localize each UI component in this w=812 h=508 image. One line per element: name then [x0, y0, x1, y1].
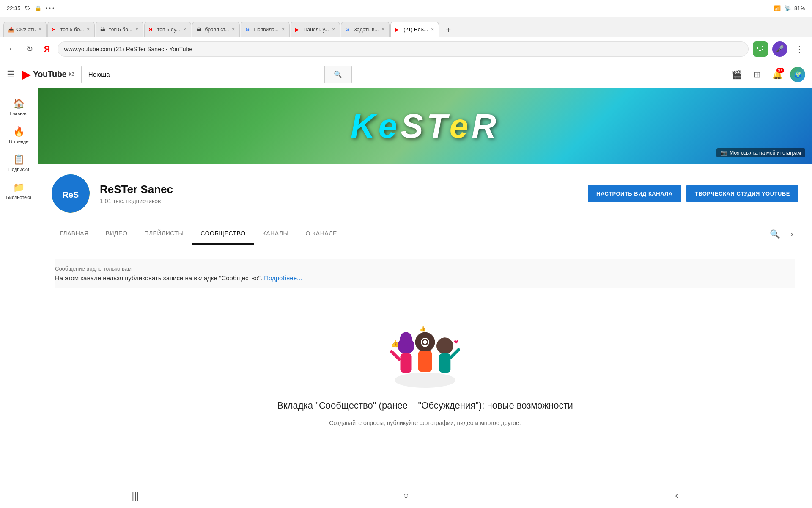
- tab-label-7: Задать в...: [354, 27, 379, 33]
- apps-icon: ⊞: [754, 69, 761, 80]
- tab-label-5: Появила...: [254, 27, 279, 33]
- avatar-button[interactable]: 🌍: [790, 67, 805, 82]
- tab-close-2[interactable]: ✕: [135, 27, 139, 32]
- apps-button[interactable]: ⊞: [749, 67, 765, 82]
- svg-text:ReS: ReS: [63, 190, 79, 199]
- tab-close-3[interactable]: ✕: [183, 27, 187, 32]
- tab-favicon-download: 📥: [8, 27, 14, 33]
- banner-instagram: 📷 Моя ссылка на мой инстаграм: [716, 148, 805, 157]
- tab-5[interactable]: G Появила... ✕: [241, 22, 290, 37]
- community-notice: Сообщение видно только вам На этом канал…: [55, 259, 795, 288]
- tab-close-download[interactable]: ✕: [38, 27, 42, 32]
- shield-button[interactable]: 🛡: [753, 41, 768, 57]
- tab-6[interactable]: ▶ Панель у... ✕: [291, 22, 340, 37]
- status-bar: 22:35 🛡 🔒 • • • 📶 📡 81%: [0, 0, 812, 17]
- studio-button[interactable]: ТВОРЧЕСКАЯ СТУДИЯ YOUTUBE: [686, 185, 798, 202]
- svg-text:❤: ❤: [454, 339, 459, 345]
- tab-favicon-4: 🏔: [197, 27, 203, 33]
- tab-download[interactable]: 📥 Скачать ✕: [3, 22, 47, 37]
- tab-1[interactable]: Я топ 5 бо... ✕: [47, 22, 95, 37]
- tab-close-6[interactable]: ✕: [332, 27, 335, 32]
- tab-close-1[interactable]: ✕: [86, 27, 90, 32]
- tab-youtube-active[interactable]: ▶ (21) ReS... ✕: [390, 22, 439, 37]
- configure-channel-button[interactable]: НАСТРОИТЬ ВИД КАНАЛА: [588, 185, 681, 202]
- tab-about[interactable]: О КАНАЛЕ: [297, 223, 346, 245]
- community-title: Вкладка "Сообщество" (ранее – "Обсуждени…: [277, 400, 573, 411]
- create-button[interactable]: 🎬: [729, 67, 744, 82]
- tab-close-5[interactable]: ✕: [281, 27, 285, 32]
- address-bar: ← ↻ Я www.youtube.com (21) ReSTer Sanec …: [0, 37, 812, 61]
- tab-4[interactable]: 🏔 бравл ст... ✕: [192, 22, 240, 37]
- url-box[interactable]: www.youtube.com (21) ReSTer Sanec - YouT…: [58, 41, 749, 57]
- tab-label-2: топ 5 бо...: [109, 27, 132, 33]
- yandex-logo: Я: [41, 42, 53, 55]
- community-illustration: 👍 ❤ 👍 Вкладка "Сообщество" (ранее – "Обс…: [55, 298, 795, 443]
- bottom-nav-back[interactable]: ‹: [667, 486, 687, 506]
- tab-7[interactable]: G Задать в... ✕: [341, 22, 390, 37]
- create-icon: 🎬: [732, 69, 742, 80]
- channel-info: ReS ReSTer Sanec 1,01 тыс. подписчиков Н…: [38, 164, 812, 223]
- tab-2[interactable]: 🏔 топ 5 бо... ✕: [96, 22, 143, 37]
- url-domain: www.youtube.com: [64, 46, 112, 52]
- tab-videos[interactable]: ВИДЕО: [97, 223, 136, 245]
- tab-favicon-5: G: [245, 27, 251, 33]
- channel-details: ReSTer Sanec 1,01 тыс. подписчиков: [100, 183, 578, 204]
- tab-main[interactable]: ГЛАВНАЯ: [52, 223, 97, 245]
- tab-close-4[interactable]: ✕: [231, 27, 235, 32]
- channel-avatar: ReS: [52, 174, 90, 213]
- url-title: (21) ReSTer Sanec - YouTube: [114, 46, 192, 52]
- tab-favicon-active: ▶: [395, 27, 401, 33]
- tab-3[interactable]: Я топ 5 лу... ✕: [144, 22, 191, 37]
- bottom-nav-home[interactable]: ○: [396, 486, 416, 506]
- tab-close-active[interactable]: ✕: [431, 27, 434, 32]
- svg-rect-6: [418, 351, 432, 372]
- search-button[interactable]: 🔍: [324, 66, 351, 83]
- channel-search-button[interactable]: 🔍: [765, 224, 785, 244]
- notice-link[interactable]: Подробнее...: [264, 274, 302, 282]
- tab-playlists[interactable]: ПЛЕЙЛИСТЫ: [136, 223, 192, 245]
- sidebar-item-home[interactable]: 🏠 Главная: [2, 95, 36, 119]
- channel-tabs-arrow[interactable]: ›: [785, 224, 798, 244]
- svg-text:👍: 👍: [391, 339, 400, 348]
- sidebar-item-library[interactable]: 📁 Библиотека: [2, 179, 36, 203]
- svg-point-16: [400, 332, 412, 346]
- tab-label-download: Скачать: [16, 27, 36, 33]
- reload-icon: ↻: [27, 44, 33, 54]
- notice-body-text: На этом канале нельзя публиковать записи…: [55, 274, 795, 282]
- subscriptions-icon: 📋: [13, 154, 25, 165]
- tab-close-7[interactable]: ✕: [381, 27, 385, 32]
- community-subtitle: Создавайте опросы, публикуйте фотографии…: [329, 420, 521, 426]
- back-button[interactable]: ←: [5, 42, 19, 56]
- svg-text:👍: 👍: [420, 326, 426, 332]
- youtube-logo-icon: ▶: [22, 67, 31, 81]
- youtube-sidebar: 🏠 Главная 🔥 В тренде 📋 Подписки 📁 Библио…: [0, 88, 38, 483]
- mic-button[interactable]: 🎤: [772, 41, 787, 57]
- tab-channels[interactable]: КАНАЛЫ: [254, 223, 297, 245]
- reload-button[interactable]: ↻: [23, 42, 36, 56]
- svg-line-10: [451, 350, 458, 357]
- status-bar-left: 22:35 🛡 🔒 • • •: [7, 5, 54, 11]
- search-input[interactable]: [82, 66, 324, 83]
- sidebar-item-trending[interactable]: 🔥 В тренде: [2, 123, 36, 147]
- tab-community[interactable]: СООБЩЕСТВО: [192, 223, 254, 245]
- sidebar-label-trending: В тренде: [9, 139, 28, 144]
- bottom-nav-menu[interactable]: |||: [125, 486, 145, 506]
- youtube-header: ☰ ▶ YouTubeKZ 🔍 🎬 ⊞ 🔔 9+ 🌍: [0, 61, 812, 88]
- hamburger-menu-button[interactable]: ☰: [7, 69, 15, 80]
- notice-visible-text: Сообщение видно только вам: [55, 265, 795, 272]
- header-right: 🎬 ⊞ 🔔 9+ 🌍: [729, 67, 805, 82]
- youtube-logo[interactable]: ▶ YouTubeKZ: [22, 67, 74, 81]
- sidebar-item-subscriptions[interactable]: 📋 Подписки: [2, 151, 36, 175]
- browser-menu-button[interactable]: ⋮: [792, 42, 807, 56]
- bottom-nav: ||| ○ ‹: [0, 483, 812, 508]
- url-text: www.youtube.com (21) ReSTer Sanec - YouT…: [64, 46, 192, 52]
- notifications-button[interactable]: 🔔 9+: [770, 67, 785, 82]
- tab-label-6: Панель у...: [304, 27, 329, 33]
- tab-favicon-1: Я: [52, 27, 58, 33]
- instagram-text: Моя ссылка на мой инстаграм: [730, 150, 801, 156]
- wifi-icon: 📶: [774, 5, 781, 11]
- tab-favicon-7: G: [346, 27, 351, 33]
- svg-point-12: [423, 340, 427, 344]
- new-tab-button[interactable]: +: [442, 23, 455, 37]
- search-box[interactable]: 🔍: [81, 66, 352, 83]
